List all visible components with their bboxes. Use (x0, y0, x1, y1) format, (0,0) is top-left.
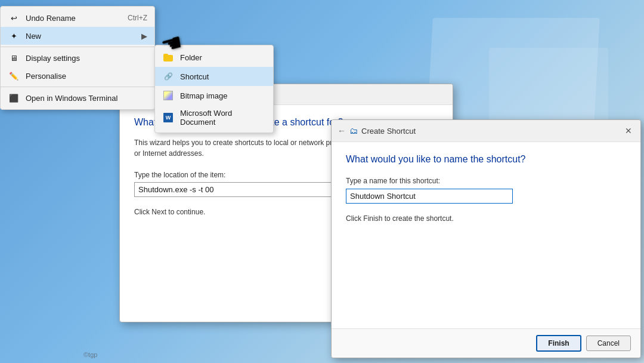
submenu-arrow-icon: ▶ (141, 32, 147, 41)
bitmap-icon (162, 90, 174, 101)
terminal-icon: ⬛ (8, 92, 20, 104)
dialog-front-footer: Finish Cancel (332, 328, 640, 358)
word-label: Microsoft Word Document (180, 109, 266, 127)
new-icon: ✦ (8, 30, 20, 42)
bitmap-label: Bitmap image (180, 91, 227, 100)
display-label: Display settings (26, 54, 147, 63)
dialog-front-title-left: ← 🗂 Create Shortcut (338, 126, 416, 136)
dialog-front-hint: Click Finish to create the shortcut. (346, 214, 626, 223)
context-menu-item-display[interactable]: 🖥 Display settings (1, 49, 154, 67)
folder-label: Folder (180, 53, 202, 62)
dialog-front-heading: What would you like to name the shortcut… (346, 154, 626, 165)
display-icon: 🖥 (8, 52, 20, 64)
finish-button[interactable]: Finish (536, 335, 581, 352)
folder-icon (162, 51, 174, 63)
watermark-text: ©tgp (83, 351, 97, 358)
new-label: New (26, 32, 141, 41)
context-menu-item-undo[interactable]: ↩ Undo Rename Ctrl+Z (1, 9, 154, 27)
undo-label: Undo Rename (26, 14, 128, 23)
wizard-icon-front: 🗂 (349, 126, 358, 136)
submenu-item-bitmap[interactable]: Bitmap image (155, 86, 273, 105)
personalise-icon: ✏️ (8, 70, 20, 82)
undo-shortcut: Ctrl+Z (128, 14, 147, 22)
dialog-front-title: Create Shortcut (361, 127, 416, 136)
submenu-item-word[interactable]: W Microsoft Word Document (155, 105, 273, 130)
watermark: ©tgp (83, 351, 97, 358)
undo-icon: ↩ (8, 12, 20, 24)
shortcut-icon: 🔗 (162, 70, 174, 82)
dialog-front-name-input[interactable] (346, 189, 513, 204)
context-menu-item-personalise[interactable]: ✏️ Personalise (1, 67, 154, 85)
cancel-button[interactable]: Cancel (586, 336, 631, 351)
terminal-label: Open in Windows Terminal (26, 94, 147, 103)
submenu-item-folder[interactable]: Folder (155, 48, 273, 67)
dialog-front-close-btn[interactable]: ✕ (623, 125, 634, 137)
context-menu-item-terminal[interactable]: ⬛ Open in Windows Terminal (1, 89, 154, 107)
submenu-item-shortcut[interactable]: 🔗 Shortcut (155, 67, 273, 86)
dialog-front-name-label: Type a name for this shortcut: (346, 177, 626, 185)
separator-2 (1, 87, 154, 87)
word-doc-icon: W (162, 112, 174, 124)
context-menu-item-new[interactable]: ✦ New ▶ Folder 🔗 Shortcut Bitmap im (1, 27, 154, 45)
dialog-front-body: What would you like to name the shortcut… (332, 142, 640, 235)
dialog-front-titlebar: ← 🗂 Create Shortcut ✕ (332, 120, 640, 142)
separator-1 (1, 47, 154, 47)
personalise-label: Personalise (26, 72, 147, 81)
new-submenu: Folder 🔗 Shortcut Bitmap image W Microso… (154, 45, 274, 133)
dialog-front-back-btn[interactable]: ← (338, 126, 346, 136)
create-shortcut-dialog-front: ← 🗂 Create Shortcut ✕ What would you lik… (331, 119, 641, 358)
shortcut-label: Shortcut (180, 72, 209, 81)
context-menu: ↩ Undo Rename Ctrl+Z ✦ New ▶ Folder 🔗 Sh… (0, 6, 155, 110)
